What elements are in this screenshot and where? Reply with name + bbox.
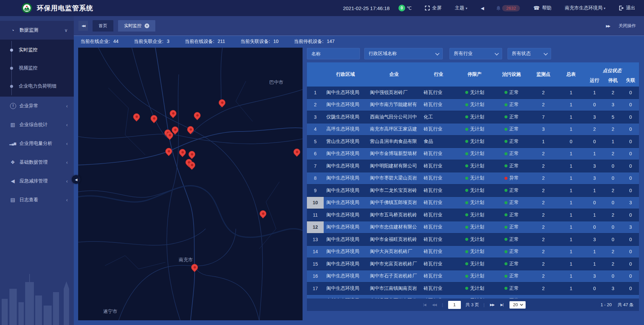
col-points: 监测点 [530,62,557,87]
sidebar-item[interactable]: ❖ 基础数据管理 ‹ [0,153,74,172]
status-dot [504,226,507,229]
status-dot [465,91,468,94]
table-header: 行政区域 企业 行业 停限产 治污设施 监测点 总表 点位状态 运行 停机 失联 [307,62,639,87]
pager-last-button[interactable]: ▶| [500,303,503,307]
chevron-icon: ‹ [66,160,68,165]
sidebar-subitem[interactable]: 视频监控 [0,59,74,77]
table-row[interactable]: 6 阆中生态环境局 阆中市金博瑞新型墙材 砖瓦行业 无计划 正常 2 1 1 2… [307,148,639,160]
table-row[interactable]: 2 阆中生态环境局 阆中市南方节能建材有 砖瓦行业 无计划 正常 2 1 0 3… [307,99,639,111]
table-row[interactable]: 8 阆中生态环境局 阆中市枣碧大梁山页岩 砖瓦行业 无计划 异常 2 1 3 0… [307,172,639,185]
stat-item: 当前失联企业: 3 [134,39,169,45]
table-row[interactable]: 10 阆中生态环境局 阆中千佛镇五郎垭页岩 砖瓦行业 无计划 正常 2 1 0 … [307,197,639,209]
status-dot [504,262,507,265]
chevron-down-icon [435,51,440,55]
bullet-dot-icon [10,49,13,52]
sidebar-item[interactable]: ! 企业异常 ‹ [0,97,74,115]
notification-area[interactable]: 2632 [496,5,520,11]
logout-button[interactable]: 退出 [619,5,635,11]
status-dot [465,140,468,143]
chevron-icon: ∨ [64,28,68,33]
name-search-field[interactable] [307,51,360,56]
table-row[interactable]: 1 阆中生态环境局 阆中强锐页岩砖厂 砖瓦行业 无计划 正常 2 1 1 2 0 [307,87,639,99]
table-row[interactable]: 15 阆中生态环境局 阆中市光富页岩机砖厂 砖瓦行业 无计划 正常 2 1 1 … [307,258,639,270]
table-row[interactable]: 13 阆中生态环境局 阆中市金福旺页岩机砖 砖瓦行业 无计划 正常 2 1 3 … [307,233,639,246]
status-dot [504,128,507,131]
table-row[interactable]: 11 阆中生态环境局 阆中市五马桥页岩机砖 砖瓦行业 无计划 正常 2 1 1 … [307,209,639,221]
col-treatment: 治污设施 [493,62,530,87]
status-dot [465,201,468,204]
sidebar-subitem[interactable]: 实时监控 [0,41,74,59]
caret-down-icon: ▾ [604,6,605,10]
page-size-select[interactable]: 20 [509,301,526,309]
sidebar-item[interactable]: ▤ 日志查看 ‹ [0,191,74,209]
status-dot [465,164,468,167]
tab-realtime-monitor[interactable]: 实时监控 ✕ [118,20,155,32]
status-dot [465,213,468,216]
status-dot [504,140,507,143]
table-row[interactable]: 17 阆中生态环境局 阆中市江南镇阆南页岩 砖瓦行业 无计划 正常 2 1 0 … [307,282,639,295]
sidebar-item[interactable]: ▂▄▆ 企业用电量分析 ‹ [0,134,74,153]
pagination-bar: |◀ ◀◀ | 共 3 页 | ▶▶ ▶| 20 1 - 20 共 47 条 [307,299,639,311]
tabs-scroll-right-button[interactable]: ▶▶ [606,24,610,28]
tabs-scroll-left-button[interactable]: ◀◀ [78,21,88,31]
page-number-input[interactable] [448,301,461,309]
notification-badge: 2632 [502,5,520,11]
org-dropdown[interactable]: 南充市生态环境局 ▾ [565,5,605,11]
base-data-icon: ❖ [9,159,16,165]
col-meter: 总表 [557,62,585,87]
sidebar-item[interactable]: ◀ 应急减排管理 ‹ [0,172,74,191]
map-city-label: 南充市 [179,257,193,263]
table-row[interactable]: 3 仪陇生态环境局 西南油气田分公司川中 化工 无计划 正常 7 1 3 5 0 [307,111,639,123]
status-dot [504,213,507,216]
table-row[interactable]: 4 高坪生态环境局 南充市高坪区王家店建 砖瓦行业 无计划 正常 3 1 2 2… [307,123,639,136]
table-row[interactable]: 12 阆中生态环境局 阆中市忠信建材有限公 砖瓦行业 无计划 正常 2 1 0 … [307,221,639,234]
table-row[interactable]: 9 阆中生态环境局 阆中市二龙长宝页岩砖 砖瓦行业 无计划 正常 2 1 1 2… [307,184,639,197]
table-row[interactable]: 7 阆中生态环境局 阆中明阳建材有限公司 砖瓦行业 无计划 正常 2 1 3 0… [307,160,639,172]
status-dot [504,238,507,241]
total-pages-label: 共 3 页 [466,302,479,308]
datetime-display: 2021-02-25 17:46:18 [343,5,389,11]
chevron-icon: ‹ [66,178,68,184]
statistics-icon: ▥ [9,122,16,128]
status-dot [465,275,468,278]
sidebar-subitem[interactable]: 企业电力负荷明细 [0,77,74,95]
tab-home[interactable]: 首页 [93,20,113,32]
name-search-input[interactable] [307,48,360,59]
status-dot [504,275,507,278]
fullscreen-button[interactable]: 全屏 [425,5,441,11]
phone-icon: ☎ [533,5,540,11]
mute-button[interactable]: ◀ [481,6,484,11]
status-select[interactable]: 所有状态 [507,48,551,59]
sidebar-item[interactable]: ▥ 企业综合统计 ‹ [0,115,74,134]
theme-dropdown[interactable]: 主题 ▾ [455,5,467,11]
sidebar-item[interactable]: ◔ 数据监测 ∨ [0,21,74,40]
status-dot [504,152,507,155]
table-body: 1 阆中生态环境局 阆中强锐页岩砖厂 砖瓦行业 无计划 正常 2 1 1 2 0… [307,87,639,299]
table-row[interactable]: 16 阆中生态环境局 阆中市石子页岩机砖厂 砖瓦行业 无计划 正常 2 1 3 … [307,270,639,283]
page-title: 环保用电监管系统 [37,4,93,13]
status-dot [504,287,507,290]
map-city-label: 巴中市 [269,79,283,86]
temperature-unit: ℃ [407,6,412,11]
status-dot [504,164,507,167]
pager-first-button[interactable]: |◀ [423,303,426,307]
help-button[interactable]: ☎ 帮助 [533,5,551,11]
col-group-point-status: 点位状态 运行 停机 失联 [585,62,639,87]
region-select[interactable]: 行政区域名称 [364,48,443,59]
col-region: 行政区域 [324,62,367,87]
table-row[interactable]: 18 南部生态环境局 南部县双华页岩有限公 砖瓦行业 无计划 正常 2 1 0 … [307,295,639,299]
industry-select[interactable]: 所有行业 [449,48,502,59]
app-logo-icon [21,3,32,13]
table-row[interactable]: 14 阆中生态环境局 阆中大兴页岩机砖厂 砖瓦行业 无计划 正常 2 1 1 2… [307,246,639,258]
map-panel[interactable]: 巴中市南充市遂宁市 [78,48,303,320]
status-dot [504,189,507,192]
stat-item: 当前停机设备: 147 [294,39,334,45]
table-row[interactable]: 5 营山生态环境局 营山县润丰肉食品有限 食品 无计划 正常 1 0 0 1 0 [307,136,639,148]
close-operations-button[interactable]: 关闭操作 [619,23,636,29]
map-collapse-button[interactable]: ◀ [72,175,80,184]
map-roads [78,48,303,320]
stat-item: 当前在线企业: 44 [80,39,118,45]
pager-next-button[interactable]: ▶▶ [490,303,494,307]
tab-close-icon[interactable]: ✕ [145,23,149,28]
pager-prev-button[interactable]: ◀◀ [432,303,436,307]
